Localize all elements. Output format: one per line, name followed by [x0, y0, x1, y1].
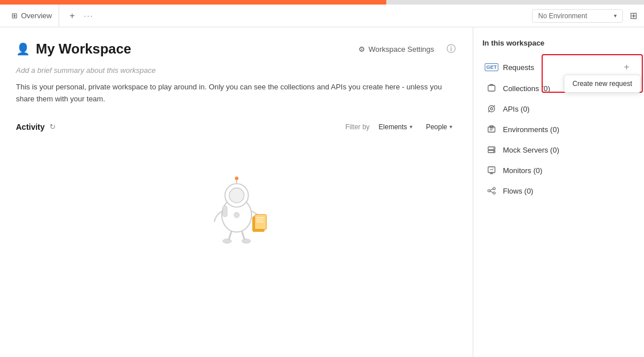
add-tab-button[interactable]: + [66, 9, 78, 23]
mock-servers-icon [486, 144, 497, 155]
overview-label: Overview [21, 11, 52, 20]
sidebar-item-monitors[interactable]: Monitors (0) [482, 160, 635, 180]
sidebar-item-flows[interactable]: Flows (0) [482, 180, 635, 201]
workspace-title: My Workspace [36, 41, 131, 57]
svg-point-32 [488, 190, 490, 192]
sidebar-item-monitors-left: Monitors (0) [486, 165, 542, 176]
mock-servers-label: Mock Servers (0) [503, 146, 559, 154]
svg-line-7 [229, 231, 232, 240]
collections-icon [486, 83, 497, 94]
apis-label: APIs (0) [503, 105, 530, 113]
refresh-icon[interactable]: ↻ [49, 122, 56, 131]
elements-chevron-icon: ▾ [410, 124, 412, 130]
elements-filter-label: Elements [379, 123, 407, 131]
empty-state [16, 142, 457, 267]
svg-point-11 [234, 212, 239, 218]
monitors-icon [486, 165, 497, 176]
environment-selector[interactable]: No Environment ▾ [532, 9, 623, 23]
nav-action-button[interactable]: ⊞ [628, 8, 639, 23]
monitors-label: Monitors (0) [503, 166, 542, 175]
settings-sliders-icon: ⚙ [358, 45, 365, 54]
empty-state-illustration [197, 165, 276, 244]
workspace-person-icon: 👤 [16, 42, 30, 56]
svg-point-33 [493, 187, 496, 190]
apis-icon [486, 103, 497, 114]
svg-point-9 [222, 239, 231, 243]
in-workspace-title: In this workspace [482, 39, 635, 47]
svg-point-27 [493, 148, 494, 149]
add-request-button[interactable]: + [622, 61, 631, 73]
nav-bar: ⊞ Overview + ··· No Environment ▾ ⊞ [0, 5, 644, 27]
environment-label: No Environment [538, 12, 587, 20]
workspace-summary: Add a brief summary about this workspace [16, 66, 457, 75]
sidebar-item-environments[interactable]: Environments (0) [482, 119, 635, 139]
people-filter-label: People [426, 123, 447, 131]
workspace-settings-label: Workspace Settings [369, 45, 434, 54]
people-filter-button[interactable]: People ▾ [422, 121, 457, 133]
tab-area: + ··· [61, 5, 525, 27]
svg-point-4 [235, 177, 238, 180]
sidebar: In this workspace GET Requests + Create … [473, 27, 644, 357]
svg-line-8 [242, 231, 245, 240]
main-layout: 👤 My Workspace ⚙ Workspace Settings ⓘ Ad… [0, 27, 644, 357]
sidebar-item-apis[interactable]: APIs (0) [482, 99, 635, 119]
svg-line-35 [490, 189, 493, 190]
sidebar-item-requests-left: GET Requests [486, 61, 534, 73]
svg-point-28 [493, 151, 494, 152]
workspace-header: 👤 My Workspace ⚙ Workspace Settings ⓘ [16, 41, 457, 57]
sidebar-item-mock-servers[interactable]: Mock Servers (0) [482, 139, 635, 160]
environments-label: Environments (0) [503, 125, 559, 134]
env-chevron-icon: ▾ [614, 13, 617, 19]
environments-icon [486, 124, 497, 135]
workspace-actions: ⚙ Workspace Settings ⓘ [354, 42, 457, 56]
filter-group: Filter by Elements ▾ People ▾ [345, 121, 457, 133]
sidebar-item-requests[interactable]: GET Requests + [482, 56, 635, 78]
nav-right-controls: No Environment ▾ ⊞ [527, 8, 639, 23]
svg-point-10 [242, 239, 250, 243]
overview-icon: ⊞ [11, 11, 18, 20]
flows-icon [486, 185, 497, 196]
sidebar-item-apis-left: APIs (0) [486, 103, 530, 114]
sidebar-item-mock-left: Mock Servers (0) [486, 144, 559, 155]
sidebar-item-collections-left: Collections (0) [486, 83, 550, 94]
workspace-description: This is your personal, private workspace… [16, 81, 457, 105]
workspace-settings-button[interactable]: ⚙ Workspace Settings [354, 43, 439, 56]
collections-label: Collections (0) [503, 84, 550, 93]
filter-by-label: Filter by [345, 123, 370, 131]
tab-dots-button[interactable]: ··· [81, 9, 97, 22]
elements-filter-button[interactable]: Elements ▾ [374, 121, 417, 133]
activity-title-group: Activity ↻ [16, 122, 56, 132]
workspace-info-button[interactable]: ⓘ [445, 42, 457, 56]
svg-point-18 [490, 108, 493, 110]
flows-label: Flows (0) [503, 187, 533, 195]
requests-icon: GET [486, 61, 497, 73]
activity-title: Activity [16, 122, 45, 132]
content-area: 👤 My Workspace ⚙ Workspace Settings ⓘ Ad… [0, 27, 473, 357]
svg-rect-12 [222, 206, 226, 216]
requests-item-wrapper: GET Requests + Create new request [482, 56, 635, 78]
sidebar-item-flows-left: Flows (0) [486, 185, 533, 196]
svg-line-36 [490, 191, 493, 192]
info-icon: ⓘ [447, 44, 456, 54]
svg-point-2 [229, 188, 243, 203]
top-progress-bar [0, 0, 644, 5]
workspace-title-group: 👤 My Workspace [16, 41, 131, 57]
requests-label: Requests [503, 63, 534, 72]
sidebar-item-environments-left: Environments (0) [486, 124, 559, 135]
overview-tab[interactable]: ⊞ Overview [5, 5, 59, 27]
svg-rect-16 [488, 85, 495, 91]
svg-point-34 [493, 192, 496, 194]
activity-header: Activity ↻ Filter by Elements ▾ People ▾ [16, 121, 457, 133]
people-chevron-icon: ▾ [449, 124, 452, 130]
sidebar-item-collections[interactable]: Collections (0) [482, 78, 635, 99]
